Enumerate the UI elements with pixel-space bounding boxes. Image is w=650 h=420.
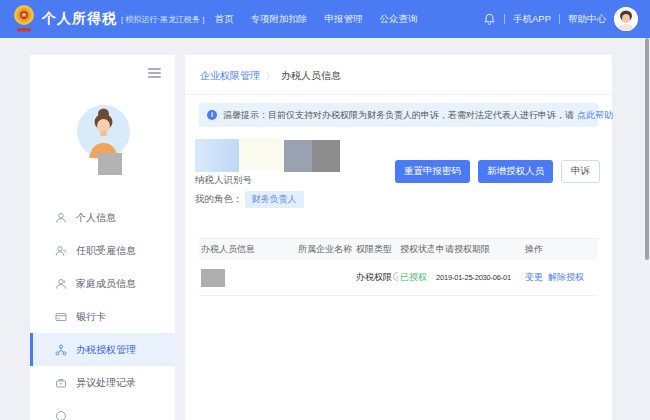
info-icon — [207, 110, 217, 120]
sidebar-item-employment-info[interactable]: 任职受雇信息 — [30, 234, 175, 267]
redacted-name-block — [98, 153, 122, 175]
employment-icon — [55, 245, 67, 257]
redacted-company-block — [195, 139, 239, 172]
family-icon — [55, 278, 67, 290]
profile-avatar — [77, 105, 130, 158]
notice-help-link[interactable]: 点此帮助 — [577, 109, 613, 122]
nav-public-inquiry[interactable]: 公众查询 — [380, 13, 418, 26]
sidebar-item-bank-card[interactable]: 银行卡 — [30, 300, 175, 333]
revoke-authorization-link[interactable]: 解除授权 — [548, 272, 584, 282]
authorization-icon — [55, 344, 67, 356]
appeal-button[interactable]: 申诉 — [561, 160, 600, 183]
col-company-name: 所属企业名称 — [296, 243, 354, 256]
reset-declare-password-button[interactable]: 重置申报密码 — [395, 160, 470, 183]
sidebar-item-family-members[interactable]: 家庭成员信息 — [30, 267, 175, 300]
role-badge: 财务负责人 — [245, 191, 304, 208]
col-permission-type: 权限类型 — [354, 243, 398, 256]
breadcrumb-separator-icon: 〉 — [266, 70, 275, 83]
taxpayer-id-label: 纳税人识别号 — [195, 174, 252, 187]
app-subtitle: [ 模拟运行·黑龙江税务 ] — [121, 14, 205, 25]
permission-type-text: 办税权限 — [356, 272, 392, 282]
sidebar-item-personal-info[interactable]: 个人信息 — [30, 201, 175, 234]
bank-card-icon — [55, 311, 67, 323]
sidebar-item-label: 个人信息 — [76, 211, 116, 225]
partial-icon — [55, 410, 67, 420]
mobile-app-link[interactable]: 手机APP — [513, 13, 551, 26]
notification-bell-icon[interactable] — [483, 13, 496, 26]
tax-bureau-emblem-icon — [12, 4, 36, 34]
redacted-company-block — [239, 138, 284, 170]
sidebar-item-dispute-records[interactable]: 异议处理记录 — [30, 366, 175, 399]
divider — [559, 14, 560, 24]
col-auth-status: 授权状态 — [398, 243, 434, 256]
col-actions: 操作 — [523, 243, 598, 256]
add-authorized-person-button[interactable]: 新增授权人员 — [478, 160, 553, 183]
top-header: 个人所得税 [ 模拟运行·黑龙江税务 ] 首页 专项附加扣除 申报管理 公众查询… — [0, 0, 650, 38]
redacted-taxid-block — [284, 140, 312, 172]
table-header-row: 办税人员信息 所属企业名称 权限类型 授权状态 申请授权期限 操作 — [199, 238, 598, 260]
nav-home[interactable]: 首页 — [215, 13, 234, 26]
role-row: 我的角色： 财务负责人 — [195, 191, 304, 208]
redacted-person-block — [201, 269, 225, 287]
notice-bar: 温馨提示：目前仅支持对办税权限为财务负责人的申诉，若需对法定代表人进行申诉，请 … — [199, 103, 598, 127]
divider — [504, 14, 505, 24]
scrollbar-thumb[interactable] — [645, 38, 649, 260]
nav-declaration-management[interactable]: 申报管理 — [325, 13, 363, 26]
user-icon — [55, 212, 67, 224]
sidebar-item-partial[interactable] — [30, 399, 175, 420]
nav-special-deductions[interactable]: 专项附加扣除 — [251, 13, 308, 26]
help-center-link[interactable]: 帮助中心 — [568, 13, 606, 26]
status-badge: 已授权 — [398, 271, 434, 284]
breadcrumb-current: 办税人员信息 — [281, 69, 341, 83]
sidebar-item-label: 银行卡 — [76, 310, 106, 324]
sidebar-item-label: 办税授权管理 — [76, 343, 136, 357]
page-scrollbar — [644, 38, 650, 420]
authorization-table: 办税人员信息 所属企业名称 权限类型 授权状态 申请授权期限 操作 办税权限 已… — [199, 238, 598, 296]
action-buttons: 重置申报密码 新增授权人员 申诉 — [395, 160, 600, 183]
auth-period-cell: 2019-01-25-2030-06-01 — [434, 273, 523, 282]
sidebar-item-label: 家庭成员信息 — [76, 277, 136, 291]
main-panel: 企业权限管理 〉 办税人员信息 温馨提示：目前仅支持对办税权限为财务负责人的申诉… — [185, 55, 612, 420]
permission-type-cell: 办税权限 — [354, 271, 398, 284]
app-title: 个人所得税 — [42, 10, 117, 28]
user-avatar[interactable] — [614, 7, 638, 31]
redacted-taxid-block — [312, 140, 340, 172]
sidebar-menu: 个人信息 任职受雇信息 家庭成员信息 银行卡 — [30, 201, 175, 420]
sidebar-item-label: 任职受雇信息 — [76, 244, 136, 258]
col-personnel-info: 办税人员信息 — [199, 243, 296, 256]
header-nav: 首页 专项附加扣除 申报管理 公众查询 — [215, 13, 418, 26]
header-right: 手机APP 帮助中心 — [483, 7, 638, 31]
sidebar: 个人信息 任职受雇信息 家庭成员信息 银行卡 — [30, 55, 175, 420]
sidebar-item-label: 异议处理记录 — [76, 376, 136, 390]
sidebar-item-tax-authorization[interactable]: 办税授权管理 — [30, 333, 175, 366]
breadcrumb-parent[interactable]: 企业权限管理 — [200, 69, 260, 83]
role-label: 我的角色： — [195, 193, 243, 206]
breadcrumb: 企业权限管理 〉 办税人员信息 — [185, 55, 612, 95]
actions-cell: 变更解除授权 — [523, 271, 598, 284]
change-link[interactable]: 变更 — [525, 272, 543, 282]
collapse-sidebar-icon[interactable] — [148, 68, 161, 78]
col-auth-period: 申请授权期限 — [434, 243, 523, 256]
dispute-box-icon — [55, 377, 67, 389]
table-row: 办税权限 已授权 2019-01-25-2030-06-01 变更解除授权 — [199, 260, 598, 296]
notice-text: 温馨提示：目前仅支持对办税权限为财务负责人的申诉，若需对法定代表人进行申诉，请 — [223, 109, 574, 122]
